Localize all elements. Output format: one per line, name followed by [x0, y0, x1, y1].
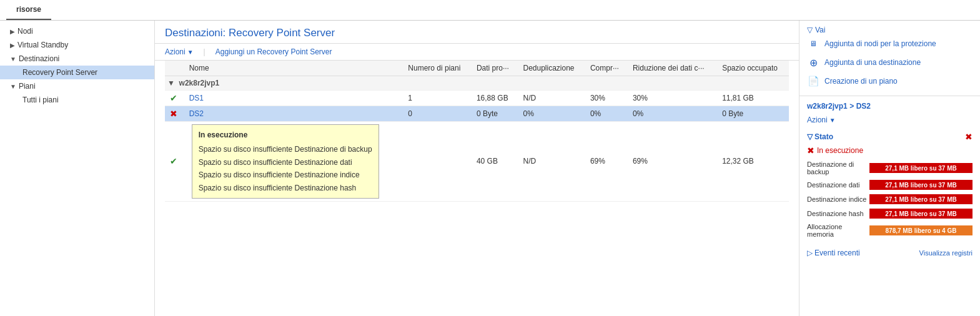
col-dedup: Deduplicazione	[518, 61, 585, 76]
col-spazio: Spazio occupato	[717, 61, 789, 76]
table-row[interactable]: ✔ In esecuzione Spazio su disco insuffic…	[165, 122, 789, 202]
col-status	[165, 61, 184, 76]
stato-arrow-icon: ▽	[807, 132, 813, 141]
riduzione-cell: 69%	[628, 122, 717, 202]
stato-header: ▽ Stato ✖	[807, 132, 973, 142]
right-panel: ▽ Vai 🖥 Aggiunta di nodi per la protezio…	[799, 21, 980, 316]
stato-close-icon[interactable]: ✖	[965, 132, 973, 142]
status-cell: ✔	[165, 122, 184, 202]
col-compr: Compr···	[585, 61, 628, 76]
running-error-icon: ✖	[807, 146, 814, 156]
dedup-cell: N/D	[518, 91, 585, 106]
aggiungi-rps-link[interactable]: Aggiungi un Recovery Point Server	[215, 47, 332, 56]
azioni-button[interactable]: Azioni ▼	[165, 47, 194, 56]
detail-azioni-arrow-icon: ▼	[829, 117, 836, 124]
top-tab-bar: risorse	[0, 0, 980, 21]
tooltip-line-4: Spazio su disco insufficiente Destinazio…	[199, 182, 372, 194]
content-header: Destinazioni: Recovery Point Server	[155, 21, 799, 44]
compr-cell: 69%	[585, 122, 628, 202]
progress-bar-indice: 27,1 MB libero su 37 MB	[869, 194, 973, 204]
table-row[interactable]: ✖ DS2 0 0 Byte 0% 0% 0% 0 Byte	[165, 106, 789, 122]
dati-cell: 40 GB	[472, 122, 518, 202]
table-row[interactable]: ✔ DS1 1 16,88 GB N/D 30% 30% 11,81 GB	[165, 91, 789, 106]
breadcrumb: w2k8r2jvp1 > DS2	[799, 96, 980, 113]
name-cell[interactable]: DS2	[184, 106, 403, 122]
page-title: Destinazioni: Recovery Point Server	[165, 27, 335, 39]
plus-circle-icon: ⊕	[807, 56, 819, 69]
sidebar-item-tutti-piani[interactable]: Tutti i piani	[0, 93, 154, 107]
stato-row-backup: Destinazione di backup 27,1 MB libero su…	[807, 159, 973, 177]
spazio-cell: 12,32 GB	[717, 122, 789, 202]
status-error-icon: ✖	[170, 109, 177, 119]
group-arrow-icon: ▼	[167, 79, 175, 87]
doc-icon: 📄	[807, 75, 819, 87]
toolbar-separator: |	[204, 47, 205, 56]
rp-item-crea-piano[interactable]: 📄 Creazione di un piano	[807, 72, 973, 91]
arrow-icon: ▼	[10, 56, 16, 62]
ds2-link[interactable]: DS2	[189, 109, 204, 118]
rp-item-aggiungi-nodi[interactable]: 🖥 Aggiunta di nodi per la protezione	[807, 34, 973, 53]
spazio-cell: 11,81 GB	[717, 91, 789, 106]
compr-cell: 30%	[585, 91, 628, 106]
eventi-section: ▷ Eventi recenti Visualizza registri	[799, 245, 980, 261]
dedup-cell: 0%	[518, 106, 585, 122]
sidebar-item-virtual-standby[interactable]: ▶ Virtual Standby	[0, 38, 154, 52]
sidebar: ▶ Nodi ▶ Virtual Standby ▼ Destinazioni …	[0, 21, 155, 316]
detail-azioni-button[interactable]: Azioni ▼	[807, 116, 836, 124]
vai-arrow-icon: ▽	[807, 26, 813, 34]
riduzione-cell: 0%	[628, 106, 717, 122]
status-running: ✖ In esecuzione	[807, 146, 973, 156]
destinations-table: Nome Numero di piani Dati pro··· Dedupli…	[165, 61, 789, 202]
stato-row-indice: Destinazione indice 27,1 MB libero su 37…	[807, 193, 973, 205]
detail-section: w2k8r2jvp1 > DS2 Azioni ▼ ▽ Stato	[799, 96, 980, 261]
status-ok-icon: ✔	[170, 156, 177, 166]
arrow-icon: ▶	[10, 28, 15, 35]
stato-section: ▽ Stato ✖ ✖ In esecuzione Destinazione d…	[799, 128, 980, 245]
vai-title[interactable]: ▽ Vai	[807, 26, 973, 34]
dedup-cell: N/D	[518, 122, 585, 202]
col-nome: Nome	[184, 61, 403, 76]
col-riduzione: Riduzione dei dati c···	[628, 61, 717, 76]
tooltip-title: In esecuzione	[199, 129, 372, 141]
stato-row-dati: Destinazione dati 27,1 MB libero su 37 M…	[807, 179, 973, 191]
compr-cell: 0%	[585, 106, 628, 122]
tab-risorse[interactable]: risorse	[6, 0, 51, 20]
col-dati: Dati pro···	[472, 61, 518, 76]
arrow-icon: ▼	[10, 83, 16, 90]
sidebar-item-nodi[interactable]: ▶ Nodi	[0, 24, 154, 38]
ds1-link[interactable]: DS1	[189, 94, 204, 102]
progress-bar-backup: 27,1 MB libero su 37 MB	[869, 163, 973, 173]
progress-bar-dati: 27,1 MB libero su 37 MB	[869, 180, 973, 190]
sidebar-item-piani[interactable]: ▼ Piani	[0, 79, 154, 93]
dati-cell: 0 Byte	[472, 106, 518, 122]
stato-row-memoria: Allocazione memoria 878,7 MB libero su 4…	[807, 222, 973, 239]
spazio-cell: 0 Byte	[717, 106, 789, 122]
eventi-title[interactable]: ▷ Eventi recenti	[807, 249, 860, 257]
stato-row-hash: Destinazione hash 27,1 MB libero su 37 M…	[807, 207, 973, 220]
name-cell[interactable]: DS1	[184, 91, 403, 106]
content-toolbar: Azioni ▼ | Aggiungi un Recovery Point Se…	[155, 44, 799, 61]
table-container: Nome Numero di piani Dati pro··· Dedupli…	[155, 61, 799, 202]
dati-cell: 16,88 GB	[472, 91, 518, 106]
stato-title[interactable]: ▽ Stato	[807, 132, 833, 141]
detail-azioni: Azioni ▼	[799, 113, 980, 128]
sidebar-item-destinazioni[interactable]: ▼ Destinazioni	[0, 52, 154, 66]
tooltip-box: In esecuzione Spazio su disco insufficie…	[192, 124, 379, 199]
riduzione-cell: 30%	[628, 91, 717, 106]
visualizza-registri-link[interactable]: Visualizza registri	[919, 249, 973, 257]
arrow-icon: ▶	[10, 42, 15, 49]
status-ok-icon: ✔	[170, 93, 177, 103]
content-area: Destinazioni: Recovery Point Server Azio…	[155, 21, 799, 316]
sidebar-item-recovery-point-server[interactable]: Recovery Point Server	[0, 66, 154, 79]
dropdown-arrow-icon: ▼	[187, 49, 194, 56]
group-row-w2k8r2jvp1: ▼ w2k8r2jvp1	[165, 76, 789, 91]
eventi-arrow-icon: ▷	[807, 249, 813, 257]
progress-bar-memoria: 878,7 MB libero su 4 GB	[869, 225, 973, 235]
monitor-icon: 🖥	[807, 37, 819, 50]
piani-cell: 1	[403, 91, 472, 106]
tooltip-line-1: Spazio su disco insufficiente Destinazio…	[199, 143, 372, 156]
rp-item-aggiungi-destinazione[interactable]: ⊕ Aggiunta di una destinazione	[807, 53, 973, 72]
vai-section: ▽ Vai 🖥 Aggiunta di nodi per la protezio…	[799, 21, 980, 96]
progress-bar-hash: 27,1 MB libero su 37 MB	[869, 209, 973, 219]
name-cell[interactable]: In esecuzione Spazio su disco insufficie…	[184, 122, 403, 202]
